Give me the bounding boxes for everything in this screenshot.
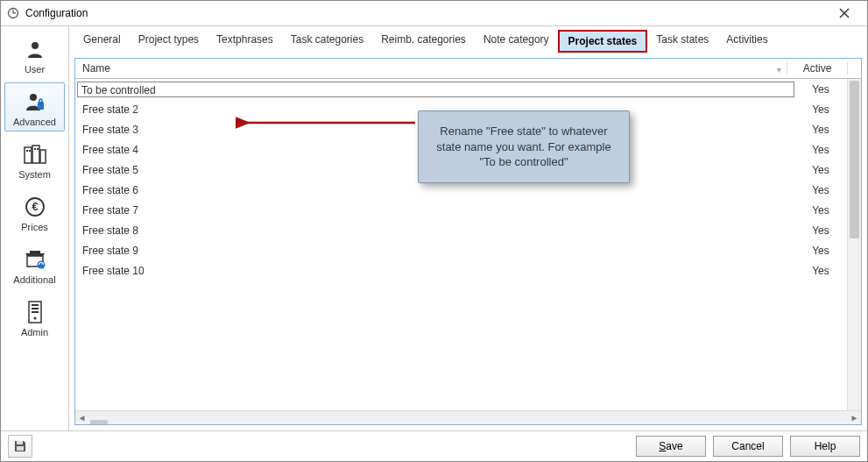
tab-note-category[interactable]: Note category [475,30,558,53]
horizontal-scrollbar[interactable]: ◄ ► [75,410,861,424]
svg-rect-13 [29,150,31,152]
sidebar-item-label: Advanced [7,117,62,127]
tab-activities[interactable]: Activities [717,30,776,53]
svg-rect-19 [30,251,40,253]
hscroll-thumb[interactable] [90,420,108,426]
cell-name[interactable]: Free state 7 [75,204,794,217]
cell-active[interactable]: Yes [794,124,847,136]
sidebar-item-prices[interactable]: € Prices [4,188,65,237]
sidebar-item-label: Admin [7,327,62,338]
user-icon [7,36,62,62]
svg-rect-11 [40,150,46,163]
cell-active[interactable]: Yes [794,144,847,156]
prices-icon: € [7,194,62,220]
table-row[interactable]: Free state 8 Yes [75,220,847,240]
sidebar-item-label: User [7,64,62,75]
tab-project-types[interactable]: Project types [130,30,208,53]
tab-general[interactable]: General [74,30,130,53]
tab-reimb-categories[interactable]: Reimb. categories [372,30,475,53]
close-button[interactable] [827,3,862,24]
cell-active[interactable]: Yes [794,164,847,176]
table-row[interactable]: Free state 10 Yes [75,260,847,281]
sidebar-item-advanced[interactable]: Advanced [4,82,65,131]
system-icon [7,141,62,167]
column-header-name-label: Name [82,62,110,75]
cell-active[interactable]: Yes [794,245,847,257]
column-header-active[interactable]: Active [787,62,848,75]
tab-task-states[interactable]: Task states [647,30,717,53]
svg-point-25 [33,317,36,320]
sidebar: User Advanced [1,26,69,430]
titlebar: Configuration [1,1,867,26]
scroll-left-icon[interactable]: ◄ [75,411,88,424]
table-row[interactable]: Free state 7 Yes [75,200,847,220]
save-button[interactable]: Save [636,436,706,457]
cell-name[interactable]: Free state 10 [75,265,794,277]
floppy-icon [13,439,27,453]
svg-point-5 [32,42,39,49]
sidebar-item-admin[interactable]: Admin [4,293,65,342]
table-row[interactable]: Free state 9 Yes [75,240,847,260]
tab-textphrases[interactable]: Textphrases [208,30,282,53]
scroll-right-icon[interactable]: ► [848,411,861,424]
cell-active[interactable]: Yes [794,184,847,196]
footer: Save Cancel Help [1,430,867,461]
window-title: Configuration [25,7,827,19]
svg-point-20 [37,261,45,269]
body: User Advanced [1,26,867,430]
sidebar-item-system[interactable]: System [4,135,65,184]
svg-rect-14 [34,148,36,150]
svg-rect-8 [39,99,42,103]
sidebar-item-label: System [7,169,62,180]
advanced-icon [7,89,62,115]
svg-point-6 [30,94,37,101]
svg-rect-22 [32,304,39,306]
svg-rect-12 [26,150,28,152]
cell-active[interactable]: Yes [794,103,847,116]
cell-name-input[interactable]: To be controlled [77,82,794,97]
table-row[interactable]: To be controlled Yes [75,79,847,99]
tab-bar: General Project types Textphrases Task c… [69,26,867,53]
column-header-name[interactable]: Name ▾ [75,62,787,75]
cell-name[interactable]: Free state 6 [75,184,794,196]
svg-rect-24 [32,311,39,313]
grid-header: Name ▾ Active [75,59,861,79]
sidebar-item-additional[interactable]: Additional [4,240,65,289]
sidebar-item-label: Prices [7,222,62,232]
cell-active[interactable]: Yes [794,224,847,237]
vertical-scrollbar[interactable] [847,79,861,410]
svg-rect-27 [17,441,23,444]
configuration-window: Configuration User [0,0,868,462]
svg-rect-15 [37,148,39,150]
sidebar-item-label: Additional [7,274,62,285]
cell-name[interactable]: Free state 9 [75,245,794,257]
svg-rect-9 [25,147,32,163]
annotation-callout: Rename "Free state" to whatever state na… [418,110,630,183]
scrollbar-thumb[interactable] [850,81,859,238]
admin-icon [7,299,62,325]
save-icon-button[interactable] [8,435,32,458]
filter-icon[interactable]: ▾ [777,65,781,75]
svg-text:€: € [32,200,38,213]
annotation-text: Rename "Free state" to whatever state na… [436,124,610,168]
svg-rect-28 [17,446,24,451]
main: General Project types Textphrases Task c… [69,26,867,430]
cell-active[interactable]: Yes [794,83,847,96]
cell-active[interactable]: Yes [794,265,847,277]
app-icon [6,6,20,20]
tab-task-categories[interactable]: Task categories [282,30,372,53]
tab-project-states[interactable]: Project states [558,30,648,53]
cell-active[interactable]: Yes [794,204,847,217]
svg-rect-23 [32,308,39,309]
cancel-button[interactable]: Cancel [713,436,783,457]
help-button[interactable]: Help [790,436,860,457]
cell-name[interactable]: Free state 8 [75,224,794,237]
additional-icon [7,246,62,273]
sidebar-item-user[interactable]: User [4,30,65,79]
